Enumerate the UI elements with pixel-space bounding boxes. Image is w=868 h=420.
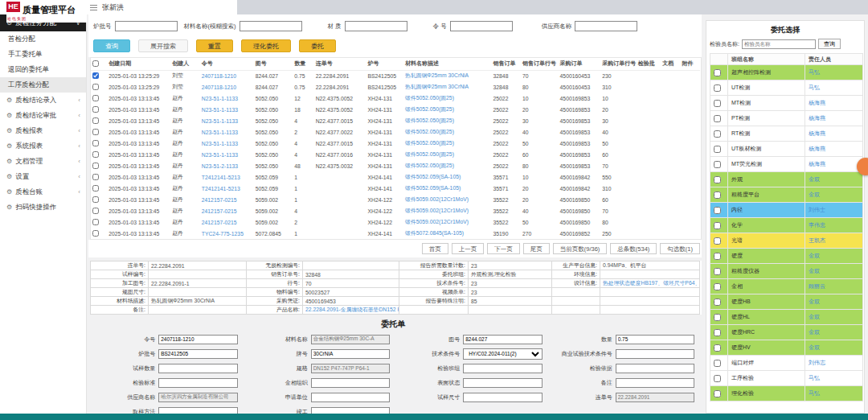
select-all-checkbox[interactable]	[92, 60, 99, 67]
team-checkbox[interactable]	[714, 268, 721, 275]
sidebar-item-文档管理[interactable]: ⚙文档管理‹	[0, 154, 86, 169]
toolbar-button-委托[interactable]: 委托	[299, 39, 336, 52]
team-person[interactable]: 马弘	[805, 386, 863, 401]
team-checkbox[interactable]	[714, 161, 721, 168]
table-row[interactable]: 2025-01-03 13:13:45赵丹2412157-02155059.00…	[91, 205, 700, 216]
team-person[interactable]: 杨海燕	[805, 126, 863, 142]
team-checkbox[interactable]	[714, 146, 721, 153]
team-row[interactable]: 粗糙度仪器金双	[710, 264, 863, 279]
team-person[interactable]: 顾丽云	[805, 279, 863, 294]
team-row[interactable]: PT检测杨海燕	[710, 111, 863, 126]
team-row[interactable]: RT检测杨海燕	[710, 126, 863, 142]
pager-button-上一页[interactable]: 上一页	[452, 243, 485, 254]
team-person[interactable]: 杨海燕	[805, 96, 863, 111]
team-person[interactable]: 金双	[805, 340, 863, 356]
form-input-商业试验技术条件号[interactable]	[616, 349, 695, 359]
inspector-search-button[interactable]: 查询	[818, 39, 841, 49]
pager-button-总条数(534)[interactable]: 总条数(534)	[610, 243, 657, 254]
team-row[interactable]: 光谱王凯杰	[710, 233, 863, 249]
current-user-name[interactable]: 张新洪	[102, 2, 124, 13]
form-input-金相组织[interactable]	[311, 378, 391, 388]
table-row[interactable]: 2025-01-03 13:13:45赵丹N23-51-1-11335052.0…	[91, 115, 700, 126]
team-checkbox[interactable]	[714, 314, 721, 321]
form-input-检验依据[interactable]	[616, 364, 695, 373]
row-checkbox[interactable]	[92, 140, 99, 146]
team-row[interactable]: 内径刘伟士	[710, 203, 863, 218]
team-row[interactable]: 外观金双	[710, 172, 863, 187]
table-row[interactable]: 2025-01-03 13:13:45赵丹T2412141-52135052.0…	[91, 171, 700, 183]
team-person[interactable]: 马弘	[805, 371, 863, 386]
table-row[interactable]: 2025-01-03 13:13:45赵丹N23-51-1-11335052.0…	[91, 126, 700, 138]
team-person[interactable]: 金双	[805, 325, 863, 340]
team-checkbox[interactable]	[714, 176, 721, 183]
form-input-备注[interactable]	[616, 378, 695, 388]
sidebar-item-手工委托单[interactable]: 手工委托单	[0, 47, 86, 62]
form-input-规格[interactable]	[311, 364, 391, 373]
team-checkbox[interactable]	[714, 130, 721, 138]
sidebar-item-设置[interactable]: ⚙设置‹	[0, 169, 86, 184]
search-input-令 号[interactable]	[450, 21, 513, 31]
form-input-表面状态[interactable]	[463, 378, 542, 388]
team-row[interactable]: 硬度金双	[710, 249, 863, 264]
table-row[interactable]: 2025-01-03 13:13:45赵丹N23-51-1-11335052.0…	[91, 104, 700, 115]
row-checkbox[interactable]	[92, 129, 99, 135]
team-checkbox[interactable]	[714, 207, 721, 214]
inspector-search-input[interactable]	[742, 39, 816, 49]
toolbar-button-查询[interactable]: 查询	[93, 39, 130, 52]
toolbar-button-理化委托[interactable]: 理化委托	[241, 39, 291, 52]
form-input-试样尺寸[interactable]	[463, 393, 542, 402]
sidebar-item-扫码快捷操作[interactable]: ⚙扫码快捷操作	[0, 200, 86, 215]
team-checkbox[interactable]	[714, 329, 721, 336]
form-input-检验标准[interactable]	[158, 378, 238, 388]
form-input-牌号[interactable]	[311, 349, 391, 359]
row-checkbox[interactable]	[92, 84, 99, 90]
form-input-炉批号[interactable]	[158, 349, 238, 359]
pager-button-当前页数(9/36)[interactable]: 当前页数(9/36)	[553, 243, 608, 254]
row-checkbox[interactable]	[92, 185, 99, 191]
pager-button-首页[interactable]: 首页	[422, 243, 448, 254]
team-row[interactable]: UT板材检测杨海燕	[710, 142, 863, 157]
team-checkbox[interactable]	[714, 100, 721, 107]
table-row[interactable]: 2025-01-03 13:13:45赵丹TYC24-775-12355072.…	[91, 228, 700, 239]
team-person[interactable]: 马弘	[805, 65, 863, 80]
team-checkbox[interactable]	[714, 237, 721, 245]
team-row[interactable]: MT荧光检测杨海燕	[710, 157, 863, 172]
team-person[interactable]: 杨海燕	[805, 142, 863, 157]
table-row[interactable]: 2025-01-03 13:13:45赵丹2412157-02155059.00…	[91, 194, 700, 205]
form-input-材料名称[interactable]	[311, 335, 391, 344]
sidebar-item-退回的委托单[interactable]: 退回的委托单	[0, 62, 86, 77]
table-row[interactable]: 2025-01-03 13:13:45赵丹2412157-02155059.00…	[91, 216, 700, 228]
toolbar-button-展开搜索[interactable]: 展开搜索	[138, 39, 188, 52]
team-checkbox[interactable]	[714, 360, 721, 367]
team-person[interactable]: 金双	[805, 172, 863, 187]
table-row[interactable]: 2025-01-03 13:25:29刘莹2407118-12108244.02…	[91, 70, 700, 81]
row-checkbox[interactable]	[92, 174, 99, 180]
team-row[interactable]: 硬度HB金双	[710, 294, 863, 310]
row-checkbox[interactable]	[92, 151, 99, 158]
sidebar-item-首检分配[interactable]: 首检分配	[0, 31, 86, 47]
team-row[interactable]: 粗糙度平台金双	[710, 187, 863, 203]
team-row[interactable]: MT检测杨海燕	[710, 96, 863, 111]
team-row[interactable]: 硬度HV金双	[710, 340, 863, 356]
team-person[interactable]: 刘伟志	[805, 356, 863, 371]
team-checkbox[interactable]	[714, 375, 721, 382]
team-person[interactable]: 杨海燕	[805, 111, 863, 126]
form-input-试样数量[interactable]	[158, 364, 238, 373]
pager-button-勾选数(1)[interactable]: 勾选数(1)	[660, 243, 700, 254]
search-input-材 质[interactable]	[345, 21, 407, 31]
search-input-材料名称(模糊搜索)[interactable]	[240, 21, 302, 31]
sidebar-item-质检结论录入[interactable]: ⚙质检结论录入‹	[0, 93, 86, 108]
table-row[interactable]: 2025-01-03 13:13:45赵丹N23-51-1-11335052.0…	[91, 93, 700, 104]
team-checkbox[interactable]	[714, 299, 721, 306]
team-checkbox[interactable]	[714, 390, 721, 397]
team-checkbox[interactable]	[714, 69, 721, 76]
team-person[interactable]: 金双	[805, 187, 863, 203]
team-person[interactable]: 刘伟士	[805, 203, 863, 218]
form-input-检验班组[interactable]	[463, 364, 542, 373]
team-person[interactable]: 金双	[805, 294, 863, 310]
team-person[interactable]: 马弘	[805, 80, 863, 96]
row-checkbox[interactable]	[92, 163, 99, 169]
toolbar-button-重置[interactable]: 重置	[196, 39, 233, 52]
pager-button-尾页[interactable]: 尾页	[523, 243, 550, 254]
team-row[interactable]: 硬度HRC金双	[710, 325, 863, 340]
